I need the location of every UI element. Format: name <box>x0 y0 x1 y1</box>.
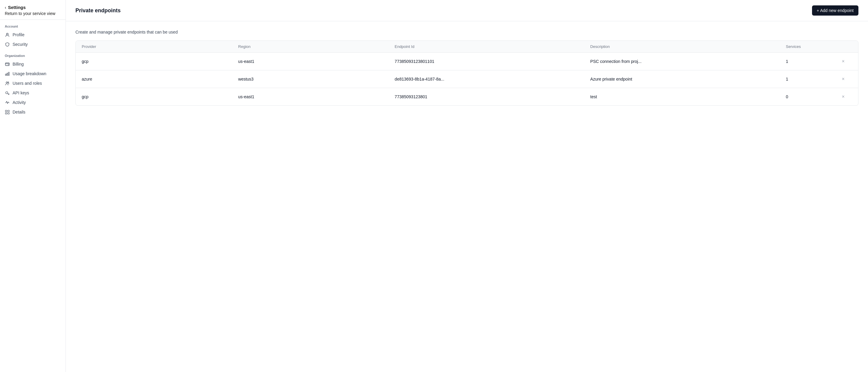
cell-provider-0: gcp <box>76 53 232 70</box>
sidebar-item-activity[interactable]: Activity <box>0 98 66 107</box>
return-text: Return to your service view <box>5 11 61 16</box>
cell-action-1: × <box>835 70 858 88</box>
sidebar-item-users-and-roles-label: Users and roles <box>12 81 42 86</box>
svg-rect-3 <box>5 74 6 76</box>
sidebar-item-security-label: Security <box>12 42 28 47</box>
grid-icon <box>5 110 9 114</box>
cell-action-0: × <box>835 53 858 70</box>
sidebar-item-usage-breakdown-label: Usage breakdown <box>12 71 46 76</box>
svg-rect-10 <box>8 110 9 112</box>
cell-services-1: 1 <box>780 70 835 88</box>
cell-provider-2: gcp <box>76 88 232 106</box>
cell-endpoint-id-1: de813693-8b1a-4187-8a... <box>389 70 585 88</box>
table-row: gcp us-east1 77385093123801 test 0 × <box>76 88 858 106</box>
cell-description-1: Azure private endpoint <box>584 70 780 88</box>
organization-section-label: Organization <box>0 49 66 59</box>
column-header-provider: Provider <box>76 41 232 53</box>
cell-region-0: us-east1 <box>232 53 389 70</box>
sidebar-item-billing[interactable]: Billing <box>0 59 66 69</box>
svg-rect-5 <box>8 72 9 76</box>
wallet-icon <box>5 62 9 66</box>
sidebar: ‹ Settings Return to your service view A… <box>0 0 66 372</box>
page-description: Create and manage private endpoints that… <box>75 30 859 34</box>
sidebar-item-billing-label: Billing <box>12 62 24 66</box>
cell-endpoint-id-2: 77385093123801 <box>389 88 585 106</box>
sidebar-item-api-keys-label: API keys <box>12 90 29 95</box>
cell-description-2: test <box>584 88 780 106</box>
sidebar-item-details[interactable]: Details <box>0 107 66 117</box>
cell-action-2: × <box>835 88 858 106</box>
table-row: gcp us-east1 77385093123801101 PSC conne… <box>76 53 858 70</box>
svg-rect-9 <box>5 110 7 112</box>
svg-point-0 <box>6 33 8 35</box>
remove-endpoint-button-0[interactable]: × <box>841 58 846 65</box>
sidebar-item-profile[interactable]: Profile <box>0 30 66 39</box>
account-section-label: Account <box>0 20 66 30</box>
sidebar-item-users-and-roles[interactable]: Users and roles <box>0 79 66 88</box>
person-icon <box>5 32 9 37</box>
chart-icon <box>5 71 9 76</box>
cell-services-0: 1 <box>780 53 835 70</box>
sidebar-header: ‹ Settings Return to your service view <box>0 0 66 20</box>
settings-title: Settings <box>8 5 26 10</box>
sidebar-item-security[interactable]: Security <box>0 39 66 49</box>
sidebar-item-activity-label: Activity <box>12 100 26 105</box>
column-header-action <box>835 41 858 53</box>
column-header-endpoint-id: Endpoint Id <box>389 41 585 53</box>
svg-rect-1 <box>5 63 9 65</box>
main-header: Private endpoints + Add new endpoint <box>66 0 868 21</box>
svg-rect-11 <box>5 113 7 114</box>
endpoints-table: Provider Region Endpoint Id Description … <box>76 41 858 106</box>
svg-rect-2 <box>8 64 9 65</box>
cell-description-0: PSC connection from proj... <box>584 53 780 70</box>
cell-region-2: us-east1 <box>232 88 389 106</box>
main-content-area: Private endpoints + Add new endpoint Cre… <box>66 0 868 372</box>
column-header-region: Region <box>232 41 389 53</box>
endpoints-table-container: Provider Region Endpoint Id Description … <box>75 40 859 106</box>
people-icon <box>5 81 9 86</box>
back-arrow-icon: ‹ <box>5 5 6 10</box>
add-new-endpoint-button[interactable]: + Add new endpoint <box>812 5 859 16</box>
cell-provider-1: azure <box>76 70 232 88</box>
table-row: azure westus3 de813693-8b1a-4187-8a... A… <box>76 70 858 88</box>
shield-icon <box>5 42 9 47</box>
remove-endpoint-button-2[interactable]: × <box>841 93 846 101</box>
sidebar-item-usage-breakdown[interactable]: Usage breakdown <box>0 69 66 79</box>
svg-point-6 <box>6 82 7 83</box>
sidebar-item-profile-label: Profile <box>12 32 25 37</box>
svg-rect-4 <box>7 73 8 76</box>
page-title: Private endpoints <box>75 7 121 14</box>
column-header-description: Description <box>584 41 780 53</box>
remove-endpoint-button-1[interactable]: × <box>841 75 846 83</box>
table-header-row: Provider Region Endpoint Id Description … <box>76 41 858 53</box>
svg-point-7 <box>7 82 9 83</box>
sidebar-item-details-label: Details <box>12 110 26 114</box>
sidebar-item-api-keys[interactable]: API keys <box>0 88 66 98</box>
column-header-services: Services <box>780 41 835 53</box>
cell-endpoint-id-0: 77385093123801101 <box>389 53 585 70</box>
main-body: Create and manage private endpoints that… <box>66 21 868 114</box>
cell-services-2: 0 <box>780 88 835 106</box>
svg-rect-12 <box>8 113 9 114</box>
back-link[interactable]: ‹ Settings <box>5 5 61 10</box>
activity-icon <box>5 100 9 105</box>
cell-region-1: westus3 <box>232 70 389 88</box>
key-icon <box>5 90 9 95</box>
